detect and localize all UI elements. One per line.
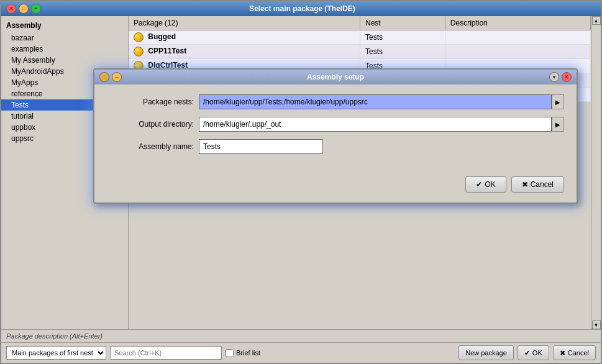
cancel-x-icon: ✖	[560, 349, 565, 357]
output-directory-row: Output directory: ▶	[107, 117, 564, 132]
dialog-ok-label: OK	[485, 180, 495, 189]
assembly-name-label: Assembly name:	[107, 142, 194, 151]
dialog-ok-button[interactable]: ✔ OK	[465, 176, 506, 193]
col-package: Package (12)	[129, 16, 360, 30]
dialog-cancel-button[interactable]: ✖ Cancel	[511, 176, 564, 193]
dialog-cancel-icon: ✖	[522, 180, 528, 189]
dialog-titlebar-buttons: –	[99, 72, 122, 82]
scroll-up-arrow[interactable]: ▲	[592, 16, 601, 25]
package-nests-input[interactable]	[199, 94, 552, 109]
bottom-description-bar: Package description (Alt+Enter)	[1, 329, 601, 342]
package-description-hint: Package description (Alt+Enter)	[6, 332, 103, 340]
output-directory-input[interactable]	[199, 117, 552, 132]
pkg-name-cell: Bugged	[129, 30, 360, 45]
dialog-titlebar: – Assembly setup ▼ ✕	[94, 70, 577, 84]
pkg-name-cell: CPP11Test	[129, 45, 360, 59]
assembly-name-row: Assembly name:	[107, 139, 564, 154]
new-package-label: New package	[465, 349, 507, 357]
main-min-button[interactable]: –	[19, 4, 29, 14]
brief-list-checkbox[interactable]	[226, 349, 234, 357]
pkg-name: CPP11Test	[148, 47, 186, 55]
pkg-nest-cell: Tests	[360, 30, 445, 45]
pkg-nest-cell: Tests	[360, 45, 445, 59]
package-scrollbar[interactable]: ▲ ▼	[591, 16, 601, 329]
package-nests-label: Package nests:	[107, 98, 194, 106]
col-description: Description	[445, 16, 590, 30]
dialog-close-button[interactable]: ✕	[562, 72, 572, 82]
assembly-name-input-group	[199, 139, 564, 154]
dialog-ok-icon: ✔	[476, 180, 482, 189]
pkg-desc-cell	[445, 30, 590, 45]
output-directory-arrow-button[interactable]: ▶	[552, 117, 564, 132]
table-row[interactable]: CPP11Test Tests	[129, 45, 591, 59]
package-filter-dropdown[interactable]: Main packages of first nest	[6, 346, 106, 360]
new-package-button[interactable]: New package	[458, 345, 514, 360]
sidebar-item-myassembly[interactable]: My Assembly	[1, 55, 128, 66]
ok-label: OK	[532, 349, 542, 357]
dialog-min-button[interactable]: –	[112, 72, 122, 82]
sidebar-item-bazaar[interactable]: bazaar	[1, 32, 128, 43]
col-nest: Nest	[360, 16, 445, 30]
pkg-icon	[134, 47, 144, 57]
output-directory-label: Output directory:	[107, 120, 194, 129]
main-max-button[interactable]: +	[31, 4, 41, 14]
dialog-close-buttons: ▼ ✕	[549, 72, 572, 82]
cancel-label: Cancel	[568, 349, 589, 357]
package-nests-input-group: ▶	[199, 94, 564, 109]
pkg-icon	[134, 32, 144, 42]
main-close-button[interactable]: ✕	[6, 4, 16, 14]
search-input[interactable]	[110, 346, 222, 360]
brief-list-checkbox-label: Brief list	[226, 349, 260, 357]
ok-check-icon: ✔	[524, 349, 530, 357]
ok-button[interactable]: ✔ OK	[518, 345, 549, 360]
brief-list-label: Brief list	[236, 349, 260, 357]
table-row[interactable]: Bugged Tests	[129, 30, 591, 45]
dialog-title: Assembly setup	[307, 73, 364, 81]
dialog-body: Package nests: ▶ Output directory: ▶ Ass…	[94, 84, 577, 171]
main-titlebar: ✕ – + Select main package (TheIDE)	[1, 1, 601, 16]
dialog-rollup-button[interactable]: ▼	[549, 72, 559, 82]
cancel-button[interactable]: ✖ Cancel	[553, 345, 596, 360]
sidebar-header: Assembly	[1, 19, 128, 32]
package-nests-row: Package nests: ▶	[107, 94, 564, 109]
assembly-name-input[interactable]	[199, 139, 323, 154]
output-directory-input-group: ▶	[199, 117, 564, 132]
main-window-buttons: ✕ – +	[6, 4, 41, 14]
pkg-name: Bugged	[148, 32, 176, 41]
bottom-toolbar: Main packages of first nest Brief list N…	[1, 342, 601, 363]
pkg-desc-cell	[445, 45, 590, 59]
scroll-down-arrow[interactable]: ▼	[592, 321, 601, 329]
package-nests-arrow-button[interactable]: ▶	[552, 94, 564, 109]
dialog-icon	[99, 72, 109, 82]
main-window-title: Select main package (TheIDE)	[249, 4, 355, 13]
dialog-footer: ✔ OK ✖ Cancel	[94, 171, 577, 202]
assembly-setup-dialog: – Assembly setup ▼ ✕ Package nests: ▶ Ou…	[93, 68, 578, 204]
sidebar-item-examples[interactable]: examples	[1, 43, 128, 55]
dialog-cancel-label: Cancel	[531, 180, 554, 189]
